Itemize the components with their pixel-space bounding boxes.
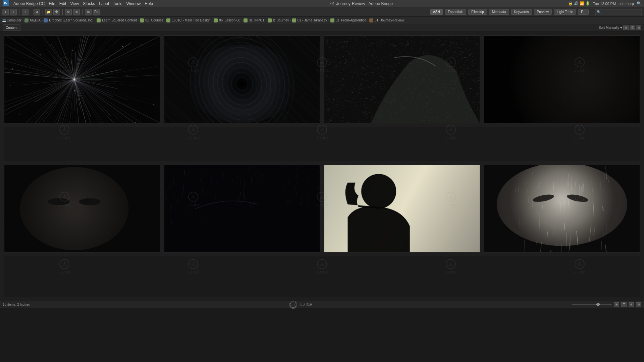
toolbar-separator-ws <box>592 9 592 15</box>
refresh-button[interactable]: ↺ <box>34 9 40 15</box>
menubar-spotlight[interactable]: 🔍 <box>637 1 641 6</box>
menu-file[interactable]: File <box>49 1 55 6</box>
breadcrumb: 💻 Computer › MEDIA › Dropbox (Learn Squa… <box>0 17 644 24</box>
menu-stacks[interactable]: Stacks <box>83 1 95 6</box>
sort-label: Sort Manually <box>599 26 619 29</box>
view-mode-1[interactable]: ⊞ <box>623 25 629 30</box>
workspace-ash[interactable]: ASH <box>430 9 443 15</box>
panel-tab-bar: Content Sort Manually ▾ ⊞ ☰ ⊟ <box>0 24 644 32</box>
thumbnail-5[interactable] <box>4 165 160 253</box>
window-title: 01-Journey-Review - Adobe Bridge <box>155 1 568 6</box>
svg-text:Br: Br <box>4 2 7 5</box>
rotate-right-button[interactable]: ↻ <box>73 9 80 15</box>
menubar-right: 🔒 🔊 📶 🔋 Tue 12:09 PM ash thorp 🔍 <box>568 1 641 6</box>
zoom-thumb <box>596 303 600 306</box>
view-detail-btn[interactable]: ⊟ <box>629 302 634 307</box>
menu-view[interactable]: View <box>70 1 79 6</box>
menubar-time: Tue 12:09 PM <box>593 2 616 6</box>
thumbnail-1[interactable] <box>4 36 160 123</box>
view-list-btn[interactable]: ☰ <box>621 302 627 307</box>
breadcrumb-jama[interactable]: 01 - Jama Jurabaev <box>292 18 327 22</box>
watermark-statusbar-text: 人人素材 <box>299 302 313 307</box>
toolbar-separator-4 <box>62 9 63 15</box>
thumbnail-7[interactable] <box>324 165 480 253</box>
breadcrumb-1601c[interactable]: 1601C - Main Title Design <box>166 18 210 22</box>
workspace-metadata[interactable]: Metadata <box>489 9 509 15</box>
thumbnail-1-canvas <box>4 36 160 123</box>
sort-area: Sort Manually ▾ ⊞ ☰ ⊟ <box>599 25 641 30</box>
thumbnail-2[interactable] <box>164 36 320 123</box>
workspace-keywords[interactable]: Keywords <box>511 9 532 15</box>
watermark-statusbar-logo: 人人 <box>289 301 297 309</box>
breadcrumb-lesson06[interactable]: 06_Lesson-06 <box>214 18 240 22</box>
workspace-preview[interactable]: Preview <box>534 9 552 15</box>
sort-arrow[interactable]: ▾ <box>620 25 622 30</box>
content-tab[interactable]: Content <box>3 24 20 31</box>
view-mode-2[interactable]: ☰ <box>630 25 635 30</box>
view-mode-3[interactable]: ⊟ <box>636 25 641 30</box>
statusbar: 10 items, 2 hidden 人人 人人素材 ⊞ ☰ ⊟ ⊠ <box>0 301 644 308</box>
back-button[interactable]: ‹ <box>2 9 9 15</box>
menu-bridge[interactable]: Adobe Bridge CC <box>13 1 45 6</box>
menubar-user: ash thorp <box>619 2 634 6</box>
thumbnail-3-canvas <box>324 36 480 123</box>
statusbar-right: ⊞ ☰ ⊟ ⊠ <box>572 302 641 307</box>
breadcrumb-media[interactable]: MEDIA <box>24 18 41 22</box>
breadcrumb-journey[interactable]: B_Journey <box>268 18 289 22</box>
thumbnail-grid <box>0 32 644 301</box>
app-logo: Br <box>3 0 9 7</box>
thumbnail-4[interactable] <box>484 36 640 123</box>
toolbar-separator-1 <box>19 9 19 15</box>
items-count: 10 items, 2 hidden <box>3 303 30 306</box>
menu-tools[interactable]: Tools <box>113 1 122 6</box>
toolbar-separator-3 <box>43 9 43 15</box>
thumbnail-6[interactable] <box>164 165 320 253</box>
workspace-p[interactable]: P... <box>578 9 589 15</box>
svg-text:人人: 人人 <box>291 304 296 307</box>
hidden-items-row-2 <box>4 256 640 297</box>
zoom-slider[interactable] <box>572 304 612 305</box>
forward-button[interactable]: › <box>10 9 17 15</box>
view-thumbnail-btn[interactable]: ⊞ <box>614 302 619 307</box>
new-folder-button[interactable]: 📁 <box>45 9 52 15</box>
menubar-icons: 🔒 🔊 📶 🔋 <box>568 1 590 6</box>
go-up-button[interactable]: ↑ <box>22 9 29 15</box>
breadcrumb-journey-review[interactable]: 01_Journey-Review <box>369 18 404 22</box>
breadcrumb-dropbox[interactable]: Dropbox (Learn Squared, Inc) <box>44 18 93 22</box>
thumbnail-2-canvas <box>164 36 320 123</box>
main-content: 人 人人素材 人 人人素材 人 人人素材 人 人人素材 人 人人素材 人 人人素… <box>0 32 644 301</box>
breadcrumb-apprentice[interactable]: 01_From-Apprentice <box>330 18 366 22</box>
toolbar-workspace: ASH Essentials Filmstrip Metadata Keywor… <box>430 9 642 15</box>
menubar: Br Adobe Bridge CC File Edit View Stacks… <box>0 0 644 7</box>
toolbar: ‹ › ↑ ↺ 📁 🗑 ↺ ↻ ⊞ Ps ASH Essentials Film… <box>0 7 644 17</box>
workspace-essentials[interactable]: Essentials <box>445 9 467 15</box>
thumbnail-7-canvas <box>324 165 480 252</box>
rotate-left-button[interactable]: ↺ <box>65 9 72 15</box>
workspace-filmstrip[interactable]: Filmstrip <box>468 9 487 15</box>
statusbar-center: 人人 人人素材 <box>30 301 572 309</box>
view-filter-btn[interactable]: ⊠ <box>636 302 641 307</box>
thumbnail-5-canvas <box>4 165 160 252</box>
menu-edit[interactable]: Edit <box>59 1 66 6</box>
hidden-items-row <box>4 127 640 161</box>
thumbnail-3[interactable] <box>324 36 480 123</box>
breadcrumb-input[interactable]: 01_INPUT <box>244 18 265 22</box>
workspace-lighttable[interactable]: Light Table <box>554 9 576 15</box>
breadcrumb-computer[interactable]: 💻 Computer <box>2 18 21 22</box>
breadcrumb-courses[interactable]: 01_Courses <box>140 18 163 22</box>
thumbnail-4-canvas <box>484 36 640 123</box>
thumbnail-8-canvas <box>484 165 640 252</box>
toolbar-separator-2 <box>31 9 31 15</box>
menu-window[interactable]: Window <box>126 1 141 6</box>
menu-help[interactable]: Help <box>145 1 153 6</box>
open-in-photoshop[interactable]: Ps <box>93 9 100 15</box>
open-in-camera-raw[interactable]: ⊞ <box>85 9 92 15</box>
thumbnail-8[interactable] <box>484 165 640 253</box>
thumbnail-6-canvas <box>164 165 320 252</box>
menu-label[interactable]: Label <box>99 1 109 6</box>
delete-button[interactable]: 🗑 <box>53 9 60 15</box>
search-input[interactable] <box>595 9 642 15</box>
breadcrumb-learnsquared[interactable]: Learn Squared Content <box>97 18 137 22</box>
toolbar-separator-5 <box>82 9 83 15</box>
